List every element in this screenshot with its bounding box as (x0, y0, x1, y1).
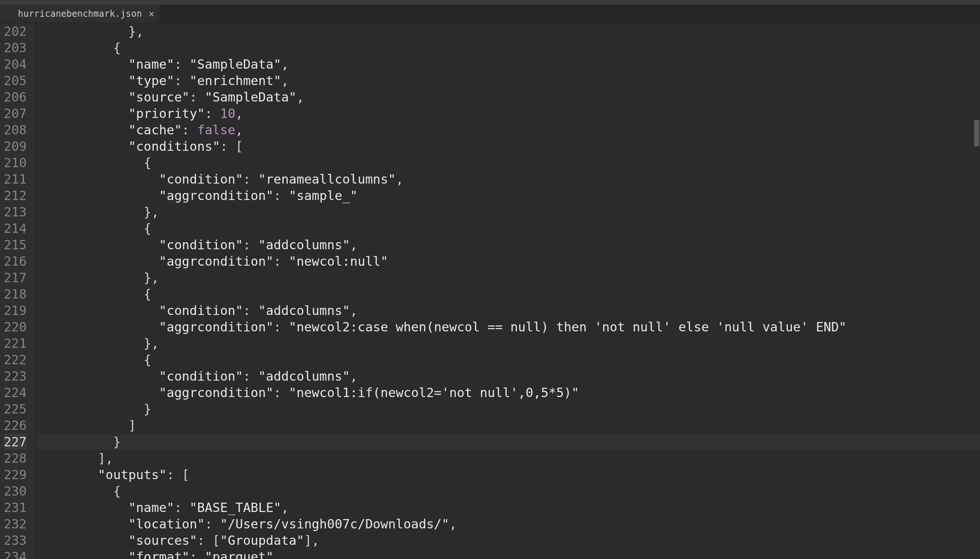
code-line[interactable]: "aggrcondition": "newcol1:if(newcol2='no… (36, 384, 980, 401)
line-number: 203 (4, 40, 26, 56)
code-line[interactable]: "aggrcondition": "newcol:null" (36, 253, 980, 270)
line-number: 210 (4, 154, 26, 171)
tab-file[interactable]: hurricanebenchmark.json × (0, 5, 160, 23)
code-line[interactable]: { (36, 286, 980, 302)
code-line[interactable]: } (36, 401, 980, 417)
scrollbar-thumb[interactable] (974, 120, 979, 146)
line-number: 221 (4, 335, 26, 352)
tab-filename: hurricanebenchmark.json (18, 8, 142, 19)
line-number: 219 (4, 302, 26, 319)
code-line[interactable]: "type": "enrichment", (36, 73, 980, 89)
editor[interactable]: 2022032042052062072082092102112122132142… (0, 23, 980, 559)
vertical-scrollbar[interactable] (973, 23, 979, 559)
code-line[interactable]: "condition": "addcolumns", (36, 302, 980, 319)
line-number: 223 (4, 368, 26, 384)
code-line[interactable]: { (36, 154, 980, 171)
code-line[interactable]: "name": "BASE_TABLE", (36, 499, 980, 516)
code-line[interactable]: "source": "SampleData", (36, 89, 980, 105)
line-number: 225 (4, 401, 26, 417)
line-number: 222 (4, 352, 26, 368)
line-number: 213 (4, 204, 26, 220)
line-number: 234 (4, 549, 26, 559)
line-number: 206 (4, 89, 26, 105)
code-line[interactable]: "format": "parquet", (36, 549, 980, 559)
line-number: 214 (4, 220, 26, 237)
line-number: 217 (4, 270, 26, 286)
line-number: 229 (4, 466, 26, 483)
line-number: 204 (4, 56, 26, 73)
line-number: 218 (4, 286, 26, 302)
tab-bar: hurricanebenchmark.json × (0, 5, 980, 23)
line-number: 212 (4, 187, 26, 204)
line-number: 224 (4, 384, 26, 401)
code-line[interactable]: "aggrcondition": "sample_" (36, 187, 980, 204)
line-number: 231 (4, 499, 26, 516)
line-number: 209 (4, 138, 26, 154)
code-line[interactable]: "priority": 10, (36, 105, 980, 122)
line-number: 205 (4, 73, 26, 89)
code-area[interactable]: }, { "name": "SampleData", "type": "enri… (33, 23, 980, 559)
code-line[interactable]: "outputs": [ (36, 466, 980, 483)
code-line[interactable]: "aggrcondition": "newcol2:case when(newc… (36, 319, 980, 335)
close-icon[interactable]: × (149, 9, 154, 19)
code-line[interactable]: "cache": false, (36, 122, 980, 138)
line-number: 202 (4, 23, 26, 40)
code-line[interactable]: "sources": ["Groupdata"], (36, 532, 980, 549)
code-line[interactable]: }, (36, 23, 980, 40)
line-number: 211 (4, 171, 26, 187)
code-line[interactable]: { (36, 220, 980, 237)
line-number: 233 (4, 532, 26, 549)
code-line[interactable]: "condition": "renameallcolumns", (36, 171, 980, 187)
line-number-gutter: 2022032042052062072082092102112122132142… (0, 23, 33, 559)
line-number: 227 (4, 433, 26, 450)
line-number: 232 (4, 516, 26, 532)
code-line[interactable]: }, (36, 270, 980, 286)
line-number: 228 (4, 450, 26, 466)
line-number: 230 (4, 483, 26, 499)
code-line[interactable]: "conditions": [ (36, 138, 980, 154)
code-line[interactable]: { (36, 483, 980, 499)
code-line[interactable]: "condition": "addcolumns", (36, 368, 980, 384)
title-bar (0, 0, 980, 5)
line-number: 215 (4, 237, 26, 253)
code-line[interactable]: { (36, 40, 980, 56)
line-number: 208 (4, 122, 26, 138)
line-number: 207 (4, 105, 26, 122)
line-number: 226 (4, 417, 26, 433)
line-number: 220 (4, 319, 26, 335)
code-line[interactable]: ], (36, 450, 980, 466)
code-line[interactable]: ] (36, 417, 980, 433)
code-line[interactable]: } (36, 433, 980, 450)
code-line[interactable]: "location": "/Users/vsingh007c/Downloads… (36, 516, 980, 532)
code-line[interactable]: "name": "SampleData", (36, 56, 980, 73)
line-number: 216 (4, 253, 26, 270)
code-line[interactable]: "condition": "addcolumns", (36, 237, 980, 253)
code-line[interactable]: { (36, 352, 980, 368)
code-line[interactable]: }, (36, 204, 980, 220)
code-line[interactable]: }, (36, 335, 980, 352)
